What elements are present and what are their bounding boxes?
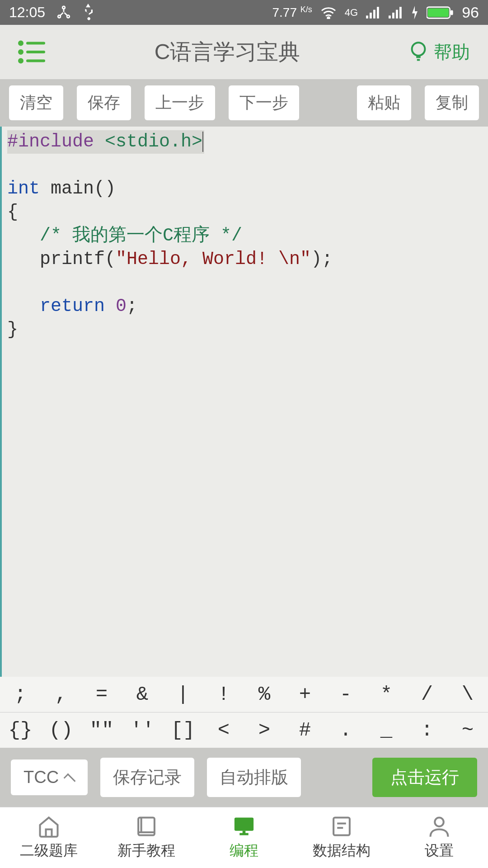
save-record-button[interactable]: 保存记录 (100, 758, 194, 797)
nav-label: 二级题库 (20, 841, 78, 861)
code-token: { (7, 202, 18, 222)
symbol-key[interactable]: | (163, 683, 203, 706)
redo-button[interactable]: 下一步 (229, 85, 299, 120)
code-editor[interactable]: #include <stdio.h> int main() { /* 我的第一个… (0, 127, 488, 677)
svg-rect-23 (235, 818, 253, 831)
bulb-icon (409, 41, 427, 63)
symbol-key[interactable]: : (407, 719, 447, 741)
battery-icon (427, 6, 454, 19)
symbol-key[interactable]: '' (122, 719, 163, 741)
symbol-key[interactable]: & (122, 683, 163, 706)
code-token: ); (311, 249, 333, 269)
app-title: C语言学习宝典 (45, 38, 409, 66)
code-token: "Hello, World! \n" (116, 249, 311, 269)
clear-button[interactable]: 清空 (9, 85, 63, 120)
symbol-key[interactable]: {} (0, 719, 41, 741)
code-token: #include (7, 132, 94, 152)
charging-icon (411, 6, 418, 19)
monitor-icon (232, 815, 256, 838)
menu-button[interactable] (18, 40, 45, 64)
code-token: 0 (116, 296, 127, 316)
symbol-key[interactable]: . (325, 719, 366, 741)
wifi-icon (320, 6, 337, 19)
svg-rect-13 (428, 8, 449, 17)
code-token: int (7, 179, 40, 199)
chevron-up-icon (64, 773, 76, 785)
svg-rect-14 (450, 10, 453, 15)
nav-tutorial[interactable]: 新手教程 (98, 807, 195, 868)
svg-rect-9 (392, 13, 394, 19)
book-icon (135, 815, 158, 838)
symbol-row-1: ; , = & | ! % + - * / \ (0, 677, 488, 712)
nav-label: 编程 (230, 841, 258, 861)
usb-icon (82, 4, 94, 22)
symbol-key[interactable]: [] (163, 719, 203, 741)
svg-rect-7 (377, 7, 379, 19)
symbol-key[interactable]: % (244, 683, 285, 706)
help-label: 帮助 (434, 40, 470, 65)
svg-rect-5 (370, 13, 372, 19)
app-header: C语言学习宝典 帮助 (0, 25, 488, 79)
copy-button[interactable]: 复制 (425, 85, 479, 120)
symbol-key[interactable]: / (407, 683, 447, 706)
status-time: 12:05 (9, 4, 45, 21)
nav-label: 数据结构 (313, 841, 371, 861)
code-token: <stdio.h> (105, 132, 202, 152)
symbol-key[interactable]: ~ (447, 719, 488, 741)
svg-rect-25 (243, 831, 246, 834)
svg-rect-11 (399, 7, 402, 19)
signal-icon-1 (366, 6, 380, 19)
run-button[interactable]: 点击运行 (372, 758, 477, 797)
auto-format-button[interactable]: 自动排版 (207, 758, 301, 797)
nav-exam[interactable]: 二级题库 (0, 807, 98, 868)
network-speed: 7.77 K/s (272, 5, 312, 20)
svg-point-19 (19, 60, 22, 62)
symbol-key[interactable]: \ (447, 683, 488, 706)
nav-data-structure[interactable]: 数据结构 (293, 807, 390, 868)
code-token: printf( (7, 249, 116, 269)
symbol-key[interactable]: * (366, 683, 407, 706)
nav-code[interactable]: 编程 (195, 807, 293, 868)
nav-label: 设置 (425, 841, 454, 861)
svg-rect-8 (389, 15, 391, 18)
network-type: 4G (345, 8, 358, 18)
symbol-key[interactable]: ; (0, 683, 41, 706)
svg-rect-10 (396, 9, 398, 18)
action-bar: TCC 保存记录 自动排版 点击运行 (0, 748, 488, 807)
svg-point-17 (19, 51, 22, 53)
status-bar: 12:05 7.77 K/s 4G 96 (0, 0, 488, 25)
code-token: /* 我的第一个C程序 */ (40, 226, 242, 246)
editor-toolbar: 清空 保存 上一步 下一步 粘贴 复制 (0, 79, 488, 127)
save-button[interactable]: 保存 (77, 85, 131, 120)
code-token: ; (127, 296, 137, 316)
battery-percent: 96 (462, 4, 479, 21)
symbol-keyboard: ; , = & | ! % + - * / \ {} () "" '' [] <… (0, 677, 488, 748)
symbol-key[interactable]: - (325, 683, 366, 706)
symbol-key[interactable]: + (285, 683, 325, 706)
bottom-nav: 二级题库 新手教程 编程 数据结构 设置 (0, 807, 488, 868)
symbol-key[interactable]: = (81, 683, 122, 706)
help-button[interactable]: 帮助 (409, 40, 470, 65)
signal-icon-2 (389, 6, 403, 19)
svg-point-3 (328, 17, 330, 19)
share-icon (56, 5, 71, 20)
symbol-key[interactable]: > (244, 719, 285, 741)
document-icon (330, 815, 353, 838)
code-token: } (7, 320, 18, 340)
symbol-key[interactable]: () (41, 719, 81, 741)
symbol-key[interactable]: "" (81, 719, 122, 741)
nav-settings[interactable]: 设置 (390, 807, 488, 868)
paste-button[interactable]: 粘贴 (357, 85, 411, 120)
person-icon (427, 815, 451, 838)
svg-rect-6 (373, 9, 375, 18)
symbol-key[interactable]: < (203, 719, 244, 741)
symbol-row-2: {} () "" '' [] < > # . _ : ~ (0, 712, 488, 748)
symbol-key[interactable]: , (41, 683, 81, 706)
undo-button[interactable]: 上一步 (145, 85, 215, 120)
svg-point-21 (412, 42, 425, 56)
symbol-key[interactable]: # (285, 719, 325, 741)
symbol-key[interactable]: _ (366, 719, 407, 741)
svg-rect-4 (366, 15, 368, 18)
symbol-key[interactable]: ! (203, 683, 244, 706)
compiler-selector[interactable]: TCC (11, 760, 88, 795)
